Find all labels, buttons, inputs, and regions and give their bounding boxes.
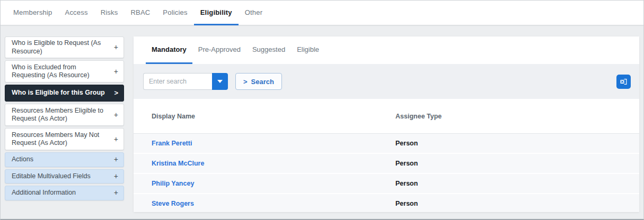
- display-name-link[interactable]: Steve Rogers: [152, 200, 194, 207]
- plus-icon[interactable]: +: [114, 67, 118, 77]
- eligibility-sidebar: Who is Eligible to Request (As Resource)…: [5, 36, 124, 200]
- plus-icon[interactable]: +: [114, 43, 118, 52]
- app-window: Membership Access Risks RBAC Policies El…: [0, 0, 644, 220]
- tab-eligible[interactable]: Eligible: [291, 36, 325, 64]
- sidebar-item-actions[interactable]: Actions +: [5, 152, 124, 167]
- sidebar-item-additional-information[interactable]: Additional Information +: [5, 186, 124, 200]
- search-input[interactable]: [143, 73, 212, 90]
- tab-policies[interactable]: Policies: [156, 1, 193, 25]
- export-to-excel-button[interactable]: [616, 75, 631, 89]
- column-header-assignee-type: Assignee Type: [395, 113, 639, 120]
- sidebar-item-label: Resources Members Eligible to Request (A…: [12, 107, 114, 123]
- plus-icon[interactable]: +: [114, 188, 118, 198]
- sidebar-item-editable-multivalued-fields[interactable]: Editable Multivalued Fields +: [5, 169, 124, 184]
- sidebar-item-label: Who is Eligible for this Group: [12, 89, 114, 97]
- sidebar-item-eligible-for-this-group[interactable]: Who is Eligible for this Group >: [5, 85, 124, 102]
- sidebar-item-members-eligible-to-request[interactable]: Resources Members Eligible to Request (A…: [5, 104, 124, 126]
- chevron-right-icon: >: [114, 89, 118, 97]
- excel-export-icon: [619, 77, 628, 86]
- plus-icon[interactable]: +: [114, 155, 118, 164]
- tab-rbac[interactable]: RBAC: [124, 1, 156, 25]
- assignee-type-value: Person: [395, 200, 418, 207]
- top-tab-bar: Membership Access Risks RBAC Policies El…: [1, 1, 643, 25]
- plus-icon[interactable]: +: [114, 172, 118, 181]
- sidebar-item-members-may-not-request[interactable]: Resources Members May Not Request (As Ac…: [5, 128, 124, 150]
- tab-risks[interactable]: Risks: [94, 1, 125, 25]
- tab-pre-approved[interactable]: Pre-Approved: [192, 36, 246, 64]
- search-options-dropdown-button[interactable]: [212, 73, 228, 90]
- column-header-display-name: Display Name: [134, 113, 395, 120]
- tab-eligibility[interactable]: Eligibility: [194, 1, 239, 25]
- table-body: Frank Peretti Person Kristina McClure Pe…: [134, 134, 639, 212]
- tab-other[interactable]: Other: [239, 1, 269, 25]
- assignee-type-value: Person: [395, 140, 418, 147]
- tab-suggested[interactable]: Suggested: [246, 36, 291, 64]
- sidebar-item-label: Actions: [12, 155, 114, 164]
- display-name-link[interactable]: Kristina McClure: [152, 160, 204, 167]
- tab-access[interactable]: Access: [59, 1, 94, 25]
- plus-icon[interactable]: +: [114, 135, 118, 144]
- search-button-label: Search: [251, 78, 274, 86]
- display-name-link[interactable]: Frank Peretti: [152, 140, 192, 147]
- assignee-type-value: Person: [395, 160, 418, 167]
- search-group: [143, 73, 228, 90]
- tab-mandatory[interactable]: Mandatory: [146, 36, 192, 64]
- table-row: Kristina McClure Person: [134, 154, 639, 174]
- assignee-type-value: Person: [395, 180, 418, 187]
- sidebar-item-label: Additional Information: [12, 189, 114, 197]
- caret-down-icon: [217, 80, 223, 83]
- eligibility-content-panel: Mandatory Pre-Approved Suggested Eligibl…: [134, 36, 639, 212]
- search-button[interactable]: > Search: [235, 73, 282, 90]
- table-row: Steve Rogers Person: [134, 194, 639, 212]
- sidebar-item-label: Who is Eligible to Request (As Resource): [12, 39, 114, 56]
- sidebar-item-label: Editable Multivalued Fields: [12, 172, 114, 181]
- search-toolbar: > Search: [134, 64, 639, 99]
- display-name-link[interactable]: Philip Yancey: [152, 180, 194, 187]
- sidebar-item-eligible-to-request[interactable]: Who is Eligible to Request (As Resource)…: [5, 36, 124, 58]
- tab-membership[interactable]: Membership: [7, 1, 59, 25]
- plus-icon[interactable]: +: [114, 111, 118, 120]
- chevron-right-icon: >: [243, 78, 248, 86]
- sidebar-item-label: Who is Excluded from Requesting (As Reso…: [12, 63, 114, 80]
- table-row: Philip Yancey Person: [134, 174, 639, 194]
- sidebar-item-label: Resources Members May Not Request (As Ac…: [12, 131, 114, 148]
- eligibility-sub-tabs: Mandatory Pre-Approved Suggested Eligibl…: [134, 36, 639, 64]
- table-header-row: Display Name Assignee Type: [134, 99, 639, 134]
- table-row: Frank Peretti Person: [134, 134, 639, 154]
- sidebar-item-excluded-from-requesting[interactable]: Who is Excluded from Requesting (As Reso…: [5, 60, 124, 82]
